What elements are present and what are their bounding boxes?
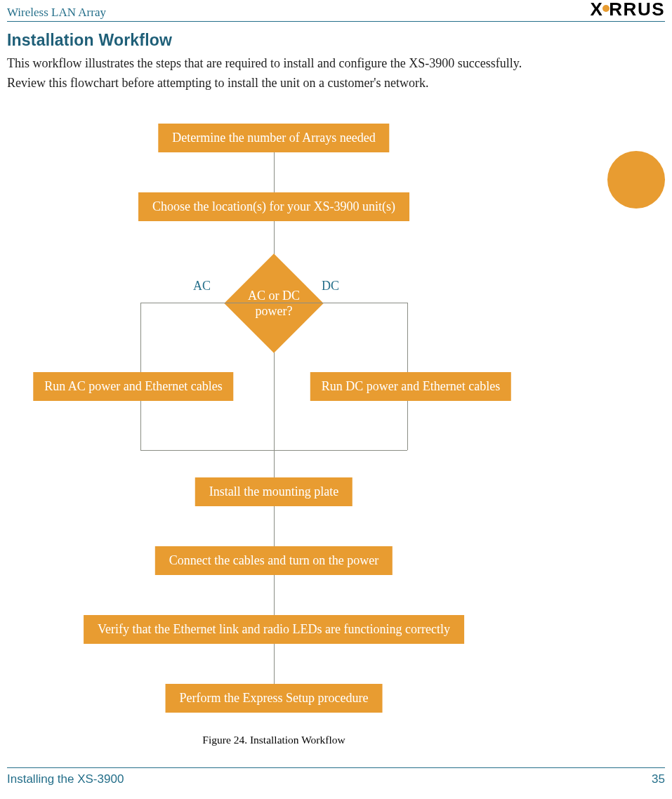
flow-step-determine-arrays: Determine the number of Arrays needed — [158, 124, 389, 152]
branch-bottom-line — [140, 450, 407, 451]
header-rule — [7, 21, 665, 22]
flow-decision-power: AC or DCpower? — [225, 254, 323, 352]
branch-top-line — [140, 303, 407, 303]
footer-rule — [7, 767, 665, 768]
flow-decision-label: AC or DCpower? — [225, 254, 323, 352]
branch-label-ac: AC — [193, 279, 211, 293]
running-head-title: Wireless LAN Array — [7, 6, 106, 20]
flow-step-dc-cables: Run DC power and Ethernet cables — [310, 372, 511, 401]
branch-label-dc: DC — [322, 279, 339, 293]
installation-flowchart: Determine the number of Arrays needed Ch… — [0, 119, 548, 730]
section-intro: This workflow illustrates the steps that… — [7, 54, 555, 93]
section-title: Installation Workflow — [7, 31, 172, 50]
brand-logo: XRRUS — [560, 0, 665, 20]
footer-section-title: Installing the XS-3900 — [7, 772, 124, 786]
flow-step-verify-leds: Verify that the Ethernet link and radio … — [84, 615, 464, 644]
flow-step-ac-cables: Run AC power and Ethernet cables — [33, 372, 233, 401]
figure-caption: Figure 24. Installation Workflow — [0, 734, 548, 746]
flow-step-mounting-plate: Install the mounting plate — [195, 477, 353, 506]
flow-step-choose-location: Choose the location(s) for your XS-3900 … — [138, 192, 409, 221]
flow-step-express-setup: Perform the Express Setup procedure — [166, 684, 383, 713]
brand-text-left: X — [590, 0, 603, 20]
brand-text-right: RRUS — [609, 0, 665, 20]
thumb-tab-icon — [607, 151, 665, 209]
footer-page-number: 35 — [652, 772, 665, 786]
flow-step-connect-cables: Connect the cables and turn on the power — [155, 546, 393, 575]
